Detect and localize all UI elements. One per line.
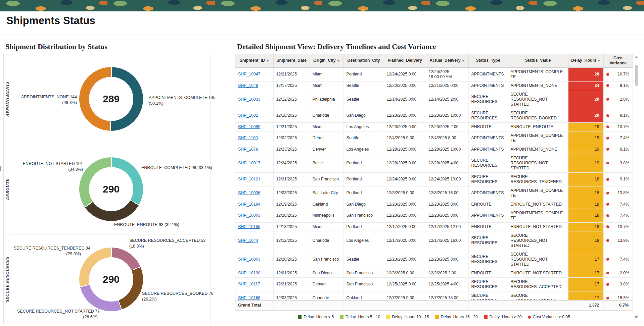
shipment-link[interactable]: SHP_1078 [238,147,258,152]
shipment-link[interactable]: SHP_1048 [238,83,258,88]
sort-caret-icon[interactable] [337,60,340,62]
variance-alert-icon [606,162,609,164]
donut-chart-secure-resources[interactable]: 290 [79,248,143,311]
shipment-link[interactable]: SHP_10194 [238,202,260,207]
slice-label: APPOINTMENTS_NONE 144 (49.8%) [13,94,77,106]
delay-hours-cell: 24 [568,81,603,90]
table-cell: 12/17/2025 [273,81,310,90]
column-header-cost-variance[interactable]: Cost Variance [603,54,633,67]
shipment-id-cell: SHP_10017 [235,154,273,172]
shipment-link[interactable]: SHP_10047 [238,72,260,76]
column-header-label: Status_Value [525,58,551,63]
table-cell: 12/7/2025 18:00 [426,291,468,300]
shipment-link[interactable]: SHP_10017 [238,161,260,165]
donut-center-total: 290 [79,274,143,285]
column-header-planned-delivery[interactable]: Planned_Delivery [384,54,426,67]
table-row: SHP_110012/02/2025DetroitSeattle12/4/202… [235,131,633,145]
column-header-origin-city[interactable]: Origin_City [310,54,343,67]
variance-alert-icon [606,214,609,217]
table-cell: 12/24/2025 0:00 [384,68,426,82]
legend-item: Delay_Hours 5 - 10 [340,315,380,319]
variance-alert-icon [606,137,609,140]
scroll-down-icon[interactable] [634,316,639,319]
shipment-link[interactable]: SHP_10121 [238,177,260,181]
shipment-link[interactable]: SHP_1100 [238,135,258,140]
table-cell: Charlotte [310,231,343,250]
table-cell: 12/17/2025 0:00 [384,222,426,231]
shipment-link[interactable]: SHP_1044 [238,238,258,243]
table-cell: Miami [310,222,343,231]
table-cell: 12/13/2025 [273,222,310,231]
cost-variance-value: 7.4% [620,213,629,218]
chart-group-axis: ENROUTE [4,144,11,234]
table-cell: SECURE RESOURCES_TENDERED [508,172,568,186]
shipment-link[interactable]: SHP_10155 [238,224,260,229]
table-cell: 12/25/2025 0:00 [384,277,426,291]
table-cell: Salt Lake City [310,186,343,200]
slice-label: SECURE RESOURCES_NOT STARTED 77 (26.6%) [17,309,98,320]
column-header-delay-hours[interactable]: Delay_Hours [568,54,603,67]
panel-splitter-handle[interactable] [0,166,1,171]
shipment-link[interactable]: SHP_10117 [238,282,260,286]
variance-alert-icon [606,297,609,300]
column-header-status-value[interactable]: Status_Value [508,54,568,67]
shipment-id-cell: SHP_10099 [235,122,273,131]
variance-alert-icon [606,73,609,76]
sort-caret-icon[interactable] [266,60,269,62]
shipment-id-cell: SHP_1002 [235,109,273,122]
sort-caret-icon[interactable] [598,60,600,62]
table-cell: San Francisco [310,172,343,186]
table-row: SHP_1016612/03/2025CharlotteOakland12/7/… [235,291,633,300]
donut-chart-appointments[interactable]: 289 [79,67,143,131]
shipment-link[interactable]: SHP_10099 [238,124,260,129]
shipment-link[interactable]: SHP_1002 [238,113,258,118]
legend-label: Delay_Hours 5 - 10 [346,315,380,319]
table-cell: ENROUTE [468,222,508,231]
table-row: SHP_1003312/12/2025PhiladelphiaSeattle12… [235,90,633,109]
shipment-link[interactable]: SHP_10036 [238,191,260,195]
cost-variance-cell: 7.4% [603,250,633,269]
table-scrollbar[interactable] [634,54,639,319]
table-cell: Seattle [343,81,384,90]
column-header-shipment-date[interactable]: Shipment_Date [273,54,310,67]
table-cell: 12/01/2025 [273,269,310,277]
donut-chart-enroute[interactable]: 290 [79,157,143,221]
table-cell: 12/19/2025 [273,200,310,209]
cost-variance-value: 7.4% [620,257,629,262]
distribution-chart-panel: APPOINTMENTS 289 APPOINTMENTS_NONE 144 (… [3,54,211,324]
cost-variance-cell: 9.1% [603,81,633,90]
shipment-link[interactable]: SHP_10198 [238,271,260,275]
shipment-id-cell: SHP_10121 [235,172,273,186]
scrollbar-thumb[interactable] [635,65,638,86]
table-cell: Charlotte [310,291,343,300]
shipment-id-cell: SHP_10047 [235,68,273,82]
table-cell: Miami [310,68,343,82]
cost-variance-value: 10.7% [617,224,629,229]
table-cell: 12/23/2025 0:00 [384,122,426,131]
table-cell: SECURE RESOURCES_NOT STARTED [508,231,568,250]
shipment-link[interactable]: SHP_10003 [238,213,260,218]
shipment-id-cell: SHP_1100 [235,131,273,145]
cost-variance-cell: 9.1% [603,109,633,122]
cost-variance-value: 10.7% [617,72,629,76]
table-cell: Minneapolis [310,209,343,222]
shipment-link[interactable]: SHP_10003 [238,257,260,262]
shipment-link[interactable]: SHP_10033 [238,97,260,102]
variance-alert-icon [606,258,609,261]
cost-variance-value: 7.4% [620,202,629,207]
column-header-actual-delivery[interactable]: Actual_Delivery [426,54,468,67]
column-header-destination-city[interactable]: Destination_City [343,54,384,67]
slice-label-line: (50.2%) [149,101,216,106]
column-header-status-type[interactable]: Status_Type [468,54,508,67]
table-cell: 12/4/2025 8:00 [426,131,468,145]
cost-variance-value: 13.8% [617,238,629,243]
column-header-shipment-id[interactable]: Shipment_ID [235,54,273,67]
table-cell: APPOINTMENTS_COMPLETE [508,68,568,82]
cost-variance-value: 9.1% [620,83,629,88]
shipment-link[interactable]: SHP_10166 [238,295,260,300]
cost-variance-value: 3.8% [620,282,629,286]
variance-alert-icon [606,272,609,274]
sort-caret-icon[interactable] [462,60,465,62]
delay-hours-cell: 18 [568,209,603,222]
scroll-up-icon[interactable] [635,56,638,58]
